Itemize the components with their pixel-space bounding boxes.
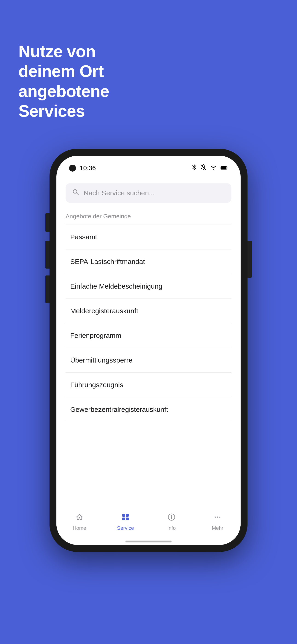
status-bar: 10:36 xyxy=(56,156,240,174)
more-icon xyxy=(214,513,222,523)
search-placeholder: Nach Service suchen... xyxy=(84,189,154,197)
svg-point-14 xyxy=(217,516,218,518)
bluetooth-icon xyxy=(192,164,196,172)
svg-point-12 xyxy=(171,515,172,516)
battery-icon xyxy=(220,164,228,172)
home-bar xyxy=(126,540,172,542)
hero-title: Nutze von deinem Ort angebotene Services xyxy=(0,0,161,121)
svg-point-15 xyxy=(220,516,220,518)
list-item[interactable]: Ferienprogramm xyxy=(66,324,232,348)
tab-mehr-label: Mehr xyxy=(212,525,223,531)
svg-rect-7 xyxy=(126,514,129,517)
silent-button xyxy=(45,276,50,303)
svg-rect-6 xyxy=(122,514,125,517)
tab-home-label: Home xyxy=(73,525,86,531)
clock: 10:36 xyxy=(80,164,96,172)
list-item[interactable]: Führungszeugnis xyxy=(66,373,232,397)
grid-icon xyxy=(121,513,130,523)
svg-line-5 xyxy=(76,193,78,195)
wifi-icon xyxy=(210,164,217,172)
tab-service-label: Service xyxy=(117,525,134,531)
list-item[interactable]: Gewerbezentralregisterauskunft xyxy=(66,397,232,422)
list-item[interactable]: Passamt xyxy=(66,224,232,250)
service-list: Passamt SEPA-Lastschriftmandat Einfache … xyxy=(66,224,232,508)
list-item[interactable]: Melderegisterauskunft xyxy=(66,299,232,324)
app-content: Nach Service suchen... Angebote der Geme… xyxy=(56,174,240,508)
svg-point-13 xyxy=(215,516,216,518)
list-item[interactable]: SEPA-Lastschriftmandat xyxy=(66,250,232,274)
volume-down-button xyxy=(45,241,50,268)
search-bar[interactable]: Nach Service suchen... xyxy=(66,183,232,203)
home-icon xyxy=(75,513,84,523)
search-icon xyxy=(72,188,80,198)
tab-mehr[interactable]: Mehr xyxy=(206,513,229,531)
phone-screen: 10:36 xyxy=(56,156,240,545)
svg-rect-8 xyxy=(122,518,125,520)
tab-home[interactable]: Home xyxy=(68,513,91,531)
power-button xyxy=(248,241,252,278)
tab-info-label: Info xyxy=(168,525,176,531)
tab-bar: Home Service xyxy=(56,508,240,538)
info-icon xyxy=(168,513,176,523)
list-item[interactable]: Übermittlungssperre xyxy=(66,348,232,373)
tab-service[interactable]: Service xyxy=(114,513,137,531)
phone-mockup: 10:36 xyxy=(50,149,248,552)
tab-info[interactable]: Info xyxy=(160,513,183,531)
camera-dot xyxy=(69,165,76,172)
list-item[interactable]: Einfache Meldebescheinigung xyxy=(66,274,232,299)
svg-rect-3 xyxy=(221,167,226,169)
home-indicator xyxy=(56,538,240,545)
svg-point-1 xyxy=(203,169,204,170)
section-label: Angebote der Gemeinde xyxy=(66,213,232,220)
volume-up-button xyxy=(45,213,50,232)
svg-rect-9 xyxy=(126,518,129,520)
status-icons xyxy=(192,164,228,172)
muted-icon xyxy=(200,164,206,172)
status-time-area: 10:36 xyxy=(69,164,96,172)
